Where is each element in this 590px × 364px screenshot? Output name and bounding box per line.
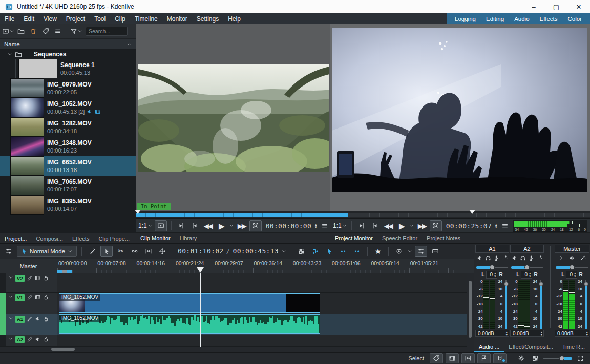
track-lane-v1[interactable]: IMG_1052.MOV <box>57 293 467 314</box>
collapse-icon[interactable] <box>8 275 13 280</box>
clip-monitor-playhead-icon[interactable] <box>135 210 141 214</box>
list-item-img1348[interactable]: IMG_1348.MOV 00:00:16:23 <box>0 137 136 156</box>
clip-monitor-zone-bar[interactable] <box>136 213 330 217</box>
search-input[interactable] <box>86 27 128 36</box>
monitor-menu-button[interactable] <box>319 221 330 231</box>
timeline-ruler[interactable]: 00:00:00:0000:00:07:0800:00:14:1600:00:2… <box>57 259 474 273</box>
track-header-a2[interactable]: A2 <box>0 335 57 347</box>
extract-zone-button[interactable] <box>338 246 349 256</box>
minimize-button[interactable]: – <box>522 0 545 13</box>
subtitle-button[interactable] <box>430 246 441 256</box>
lock-icon[interactable] <box>43 275 49 281</box>
record-options-chevron-icon[interactable] <box>407 249 412 254</box>
mute-icon[interactable] <box>569 255 575 261</box>
menu-monitor[interactable]: Monitor <box>162 13 192 24</box>
insert-tree-button[interactable] <box>310 246 321 256</box>
lock-icon[interactable] <box>43 294 49 301</box>
workspace-editing[interactable]: Editing <box>481 16 509 22</box>
track-badge[interactable]: V2 <box>15 275 25 282</box>
tab-library[interactable]: Library <box>175 233 202 244</box>
spacer-tool-button[interactable] <box>143 246 154 256</box>
clip-monitor-timecode[interactable]: 00:00:00:00 <box>266 222 311 230</box>
list-item-img7065[interactable]: IMG_7065.MOV 00:00:17:07 <box>0 176 136 195</box>
collapse-mixer-icon[interactable] <box>558 255 564 261</box>
effects-icon[interactable] <box>27 316 33 322</box>
timeline-horizontal-scrollbar[interactable] <box>51 348 75 351</box>
show-markers-button[interactable] <box>430 353 443 363</box>
record-button[interactable] <box>393 246 405 256</box>
workspace-effects[interactable]: Effects <box>535 16 563 22</box>
tags-button[interactable] <box>40 26 51 36</box>
project-monitor-scrub-row[interactable] <box>330 211 590 218</box>
menu-settings[interactable]: Settings <box>192 13 223 24</box>
delete-button[interactable] <box>28 26 39 36</box>
effects-wand-icon[interactable] <box>501 255 508 261</box>
timeline-playhead-icon[interactable] <box>197 267 204 273</box>
solo-headphones-icon[interactable] <box>485 255 491 261</box>
rewind-button[interactable]: ◀◀ <box>383 221 394 231</box>
list-item-img0979[interactable]: IMG_0979.MOV 00:00:22:05 <box>0 78 136 98</box>
selection-tool-button[interactable] <box>100 246 113 257</box>
zoom-select[interactable]: 1:1 <box>138 222 153 229</box>
clip-monitor-video-area[interactable]: In Point <box>136 24 330 211</box>
play-button[interactable]: ▶ <box>216 221 227 231</box>
collapse-icon[interactable] <box>8 336 13 341</box>
gain-fader[interactable] <box>583 280 589 329</box>
gain-value-box[interactable]: 0.00dB▴▾ <box>475 330 509 337</box>
track-size-icon[interactable] <box>3 246 14 256</box>
flag-button[interactable] <box>477 353 491 363</box>
play-options-chevron-icon[interactable] <box>229 223 234 228</box>
track-target-a2[interactable] <box>0 335 6 346</box>
track-target-v1[interactable] <box>0 293 6 314</box>
mix-clips-button[interactable] <box>87 246 98 256</box>
forward-button[interactable]: ▶▶ <box>416 221 428 231</box>
list-item-img1052[interactable]: IMG_1052.MOV 00:00:45:13 [2] <box>0 98 136 117</box>
track-lane-a2[interactable] <box>57 335 467 347</box>
monitor-menu-button[interactable] <box>499 221 511 231</box>
gain-fader[interactable] <box>538 280 544 329</box>
mixer-channel-button[interactable]: A2 <box>510 245 544 253</box>
effects-icon[interactable] <box>27 336 33 342</box>
zone-mode-button[interactable] <box>430 220 442 231</box>
track-lane-a1[interactable]: IMG_1052.MOV <box>57 314 467 335</box>
effects-wand-icon[interactable] <box>580 255 586 261</box>
timeline-video-clip[interactable]: IMG_1052.MOV <box>59 293 320 313</box>
lock-icon[interactable] <box>43 336 49 342</box>
list-item-img8395[interactable]: IMG_8395.MOV 00:00:14:07 <box>0 195 136 215</box>
track-badge[interactable]: A1 <box>15 316 25 323</box>
project-monitor-video-area[interactable] <box>330 24 590 211</box>
track-target-v2[interactable] <box>0 273 6 292</box>
mute-icon[interactable] <box>477 255 483 261</box>
tab-compositions[interactable]: Composi... <box>31 233 68 244</box>
zone-mode-button[interactable] <box>249 220 262 231</box>
record-mic-icon[interactable] <box>528 255 534 261</box>
workspace-audio[interactable]: Audio <box>509 16 534 22</box>
multicam-tool-button[interactable] <box>157 246 168 256</box>
track-header-v2[interactable]: V2 <box>0 273 57 293</box>
expander-icon[interactable] <box>7 52 12 57</box>
maximize-button[interactable]: ▢ <box>545 0 567 13</box>
audio-track-icon[interactable] <box>35 316 41 322</box>
gain-value-box[interactable]: 0.00dB▴▾ <box>555 330 589 337</box>
rewind-button[interactable]: ◀◀ <box>202 221 214 231</box>
show-waveforms-button[interactable] <box>461 353 475 363</box>
favorite-effects-button[interactable]: ★ <box>372 246 384 256</box>
menu-tool[interactable]: Tool <box>90 13 110 24</box>
tab-project-notes[interactable]: Project Notes <box>422 233 465 244</box>
bin-options-button[interactable] <box>52 26 64 36</box>
slip-tool-button[interactable] <box>129 246 140 256</box>
effects-icon[interactable] <box>27 275 33 281</box>
master-effects-button[interactable]: Master <box>0 259 57 273</box>
project-monitor-zone-segment[interactable] <box>330 213 348 217</box>
menu-clip[interactable]: Clip <box>110 13 130 24</box>
audio-track-icon[interactable] <box>35 336 41 342</box>
balance-slider[interactable] <box>476 264 508 271</box>
lock-icon[interactable] <box>43 316 49 322</box>
play-options-chevron-icon[interactable] <box>409 223 414 228</box>
timeline-audio-clip[interactable]: IMG_1052.MOV <box>59 314 320 334</box>
solo-headphones-icon[interactable] <box>520 255 526 261</box>
monitor-config-button[interactable] <box>155 220 167 231</box>
gain-fader[interactable] <box>503 280 509 329</box>
show-mixer-button[interactable] <box>415 246 427 257</box>
set-out-point-button[interactable] <box>369 221 381 231</box>
